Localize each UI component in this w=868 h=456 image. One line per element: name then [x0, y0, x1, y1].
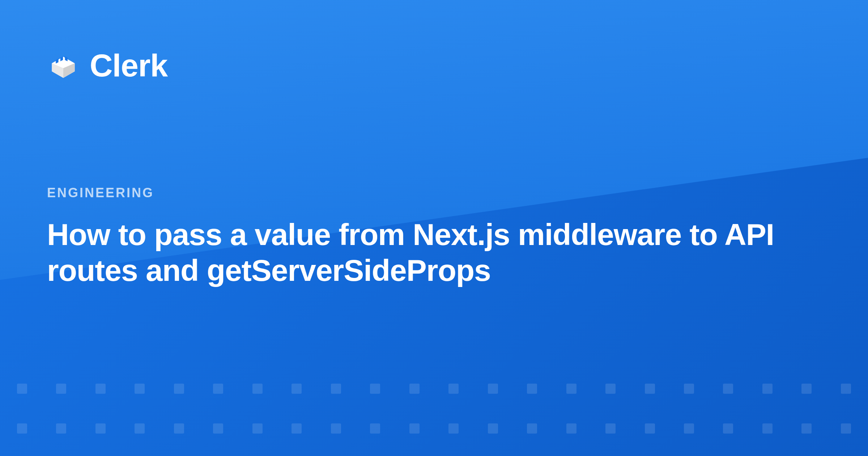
article-title: How to pass a value from Next.js middlew… [47, 217, 807, 288]
category-label: ENGINEERING [47, 185, 821, 200]
logo-brand-text: Clerk [90, 47, 167, 84]
logo-container: Clerk [47, 47, 821, 84]
clerk-logo-icon [47, 49, 80, 82]
content-container: Clerk ENGINEERING How to pass a value fr… [0, 0, 868, 456]
